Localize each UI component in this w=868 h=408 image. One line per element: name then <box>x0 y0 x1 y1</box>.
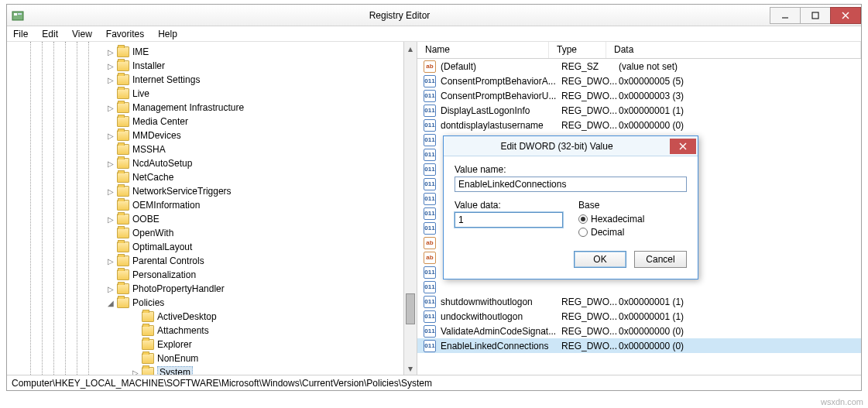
folder-icon <box>117 60 129 71</box>
string-icon: ab <box>424 252 436 264</box>
tree-item[interactable]: Media Center <box>7 115 417 129</box>
value-name-input[interactable] <box>455 177 687 192</box>
dword-icon: 011 <box>424 119 436 132</box>
cell-name: (Default) <box>441 61 561 72</box>
tree-item[interactable]: OptimalLayout <box>7 240 417 254</box>
scroll-thumb[interactable] <box>406 293 415 324</box>
cell-type: REG_DWO... <box>561 91 619 101</box>
menu-help[interactable]: Help <box>156 28 179 39</box>
tree-item[interactable]: ActiveDesktop <box>7 310 417 324</box>
tree-item[interactable]: ▷OOBE <box>7 212 417 226</box>
cell-name: EnableLinkedConnections <box>441 341 561 351</box>
cell-data: 0x00000003 (3) <box>619 91 861 101</box>
expander-icon[interactable]: ▷ <box>106 215 115 224</box>
minimize-button[interactable] <box>770 7 801 24</box>
titlebar[interactable]: Registry Editor <box>7 5 861 26</box>
col-name[interactable]: Name <box>417 42 549 58</box>
radio-decimal[interactable]: Decimal <box>578 227 687 238</box>
cell-type: REG_DWO... <box>561 120 619 131</box>
tree-item[interactable]: ▷PhotoPropertyHandler <box>7 282 417 296</box>
tree-item[interactable]: NetCache <box>7 170 417 184</box>
tree-label: OpenWith <box>132 228 173 238</box>
tree-item[interactable]: ▷System <box>7 365 417 375</box>
tree-item[interactable]: Personalization <box>7 268 417 282</box>
folder-icon <box>142 367 154 375</box>
close-button[interactable] <box>830 7 861 24</box>
value-row[interactable]: 011dontdisplaylastusernameREG_DWO...0x00… <box>417 118 861 132</box>
tree-item[interactable]: OpenWith <box>7 226 417 240</box>
expander-icon[interactable]: ▷ <box>106 62 115 70</box>
tree-scrollbar[interactable]: ▴ ▾ <box>403 42 417 375</box>
value-row[interactable]: 011undockwithoutlogonREG_DWO...0x0000000… <box>417 309 861 324</box>
tree-label: Management Infrastructure <box>132 102 244 113</box>
cell-type: REG_DWO... <box>561 326 619 337</box>
tree-item[interactable]: MSSHA <box>7 142 417 156</box>
tree-label: Attachments <box>157 325 209 336</box>
key-tree-pane[interactable]: ▷IME▷Installer▷Internet SettingsLive▷Man… <box>7 42 417 375</box>
tree-item[interactable]: ▷Management Infrastructure <box>7 101 417 115</box>
tree-item[interactable]: ▷Parental Controls <box>7 254 417 268</box>
tree-item[interactable]: OEMInformation <box>7 198 417 212</box>
col-data[interactable]: Data <box>606 42 861 58</box>
radio-hexadecimal[interactable]: Hexadecimal <box>578 214 687 225</box>
tree-item[interactable]: ▷MMDevices <box>7 129 417 142</box>
expander-icon[interactable]: ▷ <box>106 104 115 112</box>
tree-label: MMDevices <box>132 130 181 141</box>
value-row[interactable]: 011ConsentPromptBehaviorU...REG_DWO...0x… <box>417 88 861 103</box>
ok-button[interactable]: OK <box>574 251 626 268</box>
dword-icon: 011 <box>424 105 436 117</box>
expander-icon[interactable]: ▷ <box>106 187 115 196</box>
value-data-label: Value data: <box>455 200 563 211</box>
scroll-down-icon[interactable]: ▾ <box>404 362 417 375</box>
cancel-button[interactable]: Cancel <box>634 251 687 268</box>
tree-item[interactable]: ▷NcdAutoSetup <box>7 156 417 170</box>
expander-icon[interactable]: ▷ <box>131 369 140 375</box>
menu-view[interactable]: View <box>70 28 94 39</box>
expander-icon[interactable]: ▷ <box>106 132 115 140</box>
expander-icon[interactable]: ▷ <box>106 159 115 168</box>
tree-item[interactable]: Live <box>7 87 417 101</box>
cell-name: ConsentPromptBehaviorA... <box>441 76 561 87</box>
value-row[interactable]: 011ValidateAdminCodeSignat...REG_DWO...0… <box>417 324 861 338</box>
tree-item[interactable]: ◢Policies <box>7 296 417 310</box>
dialog-close-button[interactable] <box>670 139 696 154</box>
value-data-input[interactable] <box>455 212 563 228</box>
folder-icon <box>117 283 129 294</box>
tree-label: System <box>157 366 193 375</box>
tree-item[interactable]: ▷IME <box>7 45 417 59</box>
value-row[interactable]: 011EnableLinkedConnectionsREG_DWO...0x00… <box>417 338 861 353</box>
expander-icon[interactable]: ◢ <box>106 299 115 307</box>
col-type[interactable]: Type <box>549 42 606 58</box>
dword-icon: 011 <box>424 193 436 205</box>
tree-label: Installer <box>132 60 165 71</box>
tree-item[interactable]: ▷NetworkServiceTriggers <box>7 184 417 198</box>
cell-name: ValidateAdminCodeSignat... <box>441 326 561 337</box>
value-row[interactable]: 011DisplayLastLogonInfoREG_DWO...0x00000… <box>417 103 861 118</box>
scroll-up-icon[interactable]: ▴ <box>404 42 417 55</box>
cell-name: shutdownwithoutlogon <box>441 297 561 307</box>
dialog-titlebar[interactable]: Edit DWORD (32-bit) Value <box>444 136 698 156</box>
value-row[interactable]: 011shutdownwithoutlogonREG_DWO...0x00000… <box>417 294 861 309</box>
expander-icon[interactable]: ▷ <box>106 285 115 293</box>
expander-icon[interactable]: ▷ <box>106 76 115 84</box>
tree-item[interactable]: ▷Internet Settings <box>7 73 417 87</box>
maximize-button[interactable] <box>800 7 831 24</box>
tree-item[interactable]: ▷Installer <box>7 59 417 73</box>
value-row[interactable]: 011 <box>417 279 861 294</box>
dword-icon: 011 <box>424 266 436 279</box>
tree-label: NetCache <box>132 172 173 183</box>
tree-item[interactable]: Attachments <box>7 324 417 338</box>
window-title: Registry Editor <box>29 10 770 21</box>
tree-item[interactable]: Explorer <box>7 338 417 351</box>
list-header[interactable]: Name Type Data <box>417 42 861 59</box>
status-path: Computer\HKEY_LOCAL_MACHINE\SOFTWARE\Mic… <box>12 378 432 389</box>
expander-icon[interactable]: ▷ <box>106 48 115 57</box>
tree-item[interactable]: NonEnum <box>7 351 417 365</box>
tree-label: Internet Settings <box>132 74 200 85</box>
menu-file[interactable]: File <box>12 28 29 39</box>
value-row[interactable]: ab(Default)REG_SZ(value not set) <box>417 59 861 74</box>
value-row[interactable]: 011ConsentPromptBehaviorA...REG_DWO...0x… <box>417 74 861 88</box>
menu-edit[interactable]: Edit <box>40 28 60 39</box>
menu-favorites[interactable]: Favorites <box>105 28 146 39</box>
expander-icon[interactable]: ▷ <box>106 257 115 266</box>
